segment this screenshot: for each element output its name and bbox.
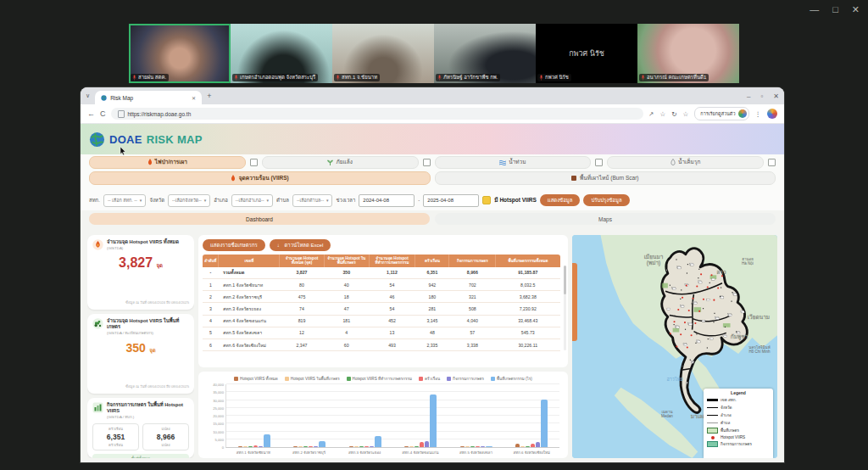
bar[interactable] xyxy=(415,446,419,447)
bar[interactable] xyxy=(541,400,548,447)
tab-drought[interactable]: ภัยแล้ง xyxy=(262,156,419,169)
bar[interactable] xyxy=(430,394,437,447)
bar[interactable] xyxy=(349,446,353,447)
maximize-icon[interactable]: □ xyxy=(832,4,838,15)
browser-tab[interactable]: Risk Map ✕ xyxy=(95,91,202,104)
date-to-input[interactable]: 2025-04-08 xyxy=(423,194,479,207)
column-header[interactable]: จำนวนจุด Hotspot ที่ทำการเกษตรกรรม xyxy=(369,255,415,267)
participant-tile[interactable]: สายฝน สตค. xyxy=(129,24,231,83)
bar[interactable] xyxy=(370,446,374,447)
column-header[interactable]: พื้นที่เกษตรกรรมทั้งหมด xyxy=(496,255,560,267)
bar[interactable] xyxy=(515,444,520,447)
bar[interactable] xyxy=(526,446,530,447)
bar[interactable] xyxy=(309,446,313,447)
column-header[interactable]: เขตที่ xyxy=(219,255,280,267)
table-scrollbar[interactable] xyxy=(564,266,566,350)
column-header[interactable]: ครัวเรือน xyxy=(415,255,449,267)
column-header[interactable]: จำนวนจุด Hotspot ทั้งหมด (จุด) xyxy=(280,255,325,267)
region-select[interactable]: -- เลือก สทก. --▾ xyxy=(103,194,146,207)
bar[interactable] xyxy=(375,436,381,447)
bar[interactable] xyxy=(409,446,414,447)
date-from-input[interactable]: 2024-04-08 xyxy=(359,194,415,207)
province-select[interactable]: --เลือกจังหวัด--▾ xyxy=(168,194,210,207)
subtab-burn-scar[interactable]: พื้นที่เผาไหม้ (Burn Scar) xyxy=(435,171,776,185)
browser-maximize-icon[interactable]: ▫ xyxy=(760,92,763,100)
tab-checkbox[interactable] xyxy=(595,159,603,166)
bar[interactable] xyxy=(248,446,253,447)
legend-item[interactable]: Hotspot VIIRS ในพื้นที่เกษตร xyxy=(285,376,340,382)
bar[interactable] xyxy=(253,445,258,447)
address-bar[interactable]: https://riskmap.doae.go.th xyxy=(111,108,644,120)
column-header[interactable]: ลำดับที่ xyxy=(203,255,219,267)
share-icon[interactable]: ↗ xyxy=(648,110,654,118)
history-icon[interactable]: ↻ xyxy=(671,110,676,118)
bar[interactable] xyxy=(486,446,492,447)
browser-profile-avatar[interactable] xyxy=(767,109,777,119)
participant-tile-camera-off[interactable]: กพวศ นิรัช กพวศ นิรัช xyxy=(536,24,637,83)
bookmark-star-icon[interactable]: ☆ xyxy=(660,110,666,118)
site-info-icon[interactable] xyxy=(118,110,125,118)
bar[interactable] xyxy=(420,442,424,447)
bar[interactable] xyxy=(481,446,485,447)
show-data-button[interactable]: แสดงข้อมูล xyxy=(540,194,581,206)
tab-dashboard[interactable]: Dashboard xyxy=(89,213,430,225)
table-row[interactable]: 4สทก.4 จังหวัดขอนแก่น8191814523,1454,040… xyxy=(203,315,560,327)
column-header[interactable]: กิจกรรมการเกษตร xyxy=(449,255,496,267)
new-tab-icon[interactable]: + xyxy=(207,92,211,100)
update-data-button[interactable]: ปรับปรุงข้อมูล xyxy=(583,194,629,206)
bar[interactable] xyxy=(303,446,308,447)
bar[interactable] xyxy=(425,441,429,447)
legend-item[interactable]: Hotspot VIIRS ทั้งหมด xyxy=(234,376,278,382)
bar[interactable] xyxy=(404,446,409,448)
bar[interactable] xyxy=(319,441,326,447)
bar[interactable] xyxy=(314,446,318,447)
tab-checkbox[interactable] xyxy=(250,159,258,166)
bar[interactable] xyxy=(465,446,470,447)
bar[interactable] xyxy=(298,446,303,447)
participant-tile[interactable]: ภัทรนิษฐ์ อารักขาพืช กพ. xyxy=(434,24,536,83)
bar[interactable] xyxy=(243,446,248,447)
legend-item[interactable]: ครัวเรือน xyxy=(419,376,440,382)
thailand-map[interactable]: เมียนมา (พม่า)ลาวฮานอย Hà Nộiเวียดนามกัม… xyxy=(572,235,777,458)
download-excel-button[interactable]: ↓ ดาวน์โหลด Excel xyxy=(270,239,331,251)
bar[interactable] xyxy=(238,446,242,447)
district-select[interactable]: --เลือกอำเภอ--▾ xyxy=(231,194,273,207)
tab-close-icon[interactable]: ✕ xyxy=(192,95,196,101)
show-farmer-names-button[interactable]: แสดงรายชื่อเกษตรกร xyxy=(203,239,265,251)
bar[interactable] xyxy=(531,444,535,447)
column-header[interactable]: จำนวนจุด Hotspot ในพื้นที่เกษตร xyxy=(324,255,369,267)
tab-saltwater[interactable]: น้ำเค็มรุก xyxy=(607,156,764,169)
tab-checkbox[interactable] xyxy=(768,159,776,166)
table-row[interactable]: -รวมทั้งหมด3,8273501,1126,3518,96691,185… xyxy=(203,267,560,279)
bar[interactable] xyxy=(359,446,364,447)
bar[interactable] xyxy=(476,446,480,447)
legend-item[interactable]: Hotspot VIIRS ที่ทำการเกษตรกรรม xyxy=(347,376,412,382)
table-row[interactable]: 3สทก.3 จังหวัดระยอง7447542815087,230.92 xyxy=(203,303,560,315)
back-icon[interactable]: ← xyxy=(87,109,95,118)
profile-pill[interactable]: การเรียกดูส่วนตัว xyxy=(694,107,748,120)
bar[interactable] xyxy=(264,434,270,447)
bar[interactable] xyxy=(460,446,465,447)
participant-tile[interactable]: อนาภรณ์ คณะเกษตรที่นดี1 xyxy=(637,24,739,83)
subdistrict-select[interactable]: --เลือกตำบล--▾ xyxy=(292,194,333,207)
table-row[interactable]: 1สทก.1 จังหวัดชัยนาท8040549427028,032.5 xyxy=(203,279,560,291)
map-side-control[interactable] xyxy=(572,263,577,341)
subtab-hotspot-viirs[interactable]: จุดความร้อน (VIIRS) xyxy=(89,171,431,185)
bar[interactable] xyxy=(536,442,540,447)
participant-tile[interactable]: สทก.1 จ.ชัยนาท xyxy=(332,24,434,83)
legend-item[interactable]: พื้นที่เกษตรกรรม (ไร่) xyxy=(491,376,532,382)
tab-maps[interactable]: Maps xyxy=(435,213,776,225)
bar[interactable] xyxy=(354,446,359,447)
bar[interactable] xyxy=(520,446,525,447)
bar[interactable] xyxy=(293,446,298,447)
reload-icon[interactable]: C xyxy=(100,109,106,118)
bar[interactable] xyxy=(259,446,263,447)
tab-wildfire[interactable]: ไฟป่า/การเผา xyxy=(89,156,246,169)
menu-dots-icon[interactable]: ⋮ xyxy=(755,110,762,118)
minimize-icon[interactable]: — xyxy=(810,4,819,15)
tab-search-chevron-icon[interactable]: ∨ xyxy=(86,92,90,99)
table-row[interactable]: 5สทก.5 จังหวัดสงขลา124134857545.73 xyxy=(203,327,560,339)
tab-flood[interactable]: น้ำท่วม xyxy=(435,156,592,169)
browser-minimize-icon[interactable]: – xyxy=(747,92,750,100)
bar[interactable] xyxy=(364,446,369,447)
